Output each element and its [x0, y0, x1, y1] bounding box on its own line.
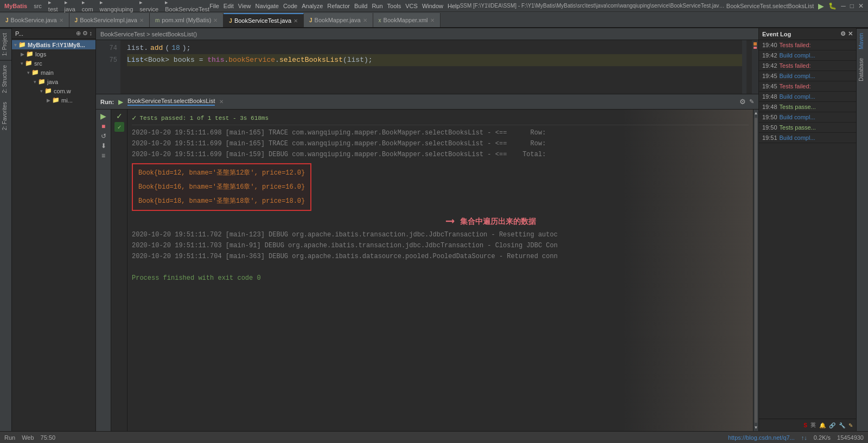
log-line-2: 2020-10-20 19:51:11.699 [main-165] TRACE… [132, 138, 749, 149]
tree-item-mi[interactable]: ▶ 📁 mi... [12, 95, 95, 105]
status-network-speed: 0.2K/s [814, 434, 831, 441]
project-sort-icon[interactable]: ↕ [90, 30, 93, 37]
right-tab-database[interactable]: Database [857, 54, 868, 86]
run-play-icon[interactable]: ▶ [118, 98, 123, 106]
event-item-1948-pass[interactable]: 19:48 Tests passe... [759, 102, 856, 112]
menu-build[interactable]: Build [354, 3, 367, 9]
scrollbar-up-btn[interactable]: ▲ [754, 110, 758, 117]
event-log-gear-icon[interactable]: ⚙ [840, 30, 846, 37]
event-item-1948-build[interactable]: 19:48 Build compl... [759, 92, 856, 102]
event-item-1942-build[interactable]: 19:42 Build compl... [759, 50, 856, 61]
log-line-6: 2020-10-20 19:51:11.704 [main-363] DEBUG… [132, 251, 749, 262]
title-path: SSM [F:\Y1\IDEA\SSM] - F:\Y1\MyBatis\MyB… [460, 3, 726, 9]
menu-file[interactable]: File [209, 3, 219, 9]
test-check-icon: ✓ [116, 112, 123, 120]
line-numbers: 74 75 [96, 40, 120, 94]
menu-tools[interactable]: Tools [387, 3, 401, 9]
status-bar: Run Web 75:50 https://blog.csdn.net/q7..… [0, 431, 868, 443]
run-scroll-end-btn[interactable]: ⬇ [101, 142, 106, 150]
tab-bookservicetest[interactable]: J BookServiceTest.java ✕ [224, 13, 304, 27]
run-panel-header: Run: ▶ BookServiceTest.selectBooksList ✕… [96, 94, 758, 110]
event-log-close-icon[interactable]: ✕ [848, 30, 853, 37]
menu-window[interactable]: Window [422, 3, 443, 9]
scrollbar-thumb[interactable] [755, 118, 757, 423]
tab-pom[interactable]: m pom.xml (MyBatis) ✕ [150, 13, 224, 27]
app-logo: MyBatis [4, 3, 27, 9]
maximize-button[interactable]: □ [850, 2, 854, 10]
run-filter-btn[interactable]: ≡ [101, 152, 105, 159]
menu-analyze[interactable]: Analyze [302, 3, 323, 9]
run-resume-btn[interactable]: ▶ [100, 112, 106, 120]
event-item-1942-fail[interactable]: 19:42 Tests failed: [759, 61, 856, 71]
close-button[interactable]: ✕ [858, 2, 864, 10]
breadcrumb-service: ▸ service [139, 0, 158, 12]
test-result-icon[interactable]: ✓ [114, 122, 124, 132]
breadcrumb-java: ▸ java [65, 0, 75, 12]
tree-item-comw[interactable]: ▾ 📁 com.w [12, 86, 95, 95]
status-network-icon: ↑↓ [801, 434, 807, 441]
minimize-button[interactable]: ─ [841, 2, 846, 10]
debug-button[interactable]: 🐛 [828, 2, 837, 10]
status-run-label: Run [4, 434, 15, 441]
breadcrumb-src: src [34, 3, 42, 9]
menu-navigate[interactable]: Navigate [255, 3, 278, 9]
right-tab-maven[interactable]: Maven [857, 28, 868, 54]
sidebar-tab-favorites[interactable]: 2: Favorites [0, 98, 11, 134]
tab-bookmapperxml[interactable]: x BookMapper.xml ✕ [373, 13, 441, 27]
run-rerun-btn[interactable]: ↺ [101, 132, 106, 140]
event-item-1940[interactable]: 19:40 Tests failed: [759, 40, 856, 50]
event-item-1945-build[interactable]: 19:45 Build compl... [759, 71, 856, 81]
run-tab-close[interactable]: ✕ [219, 99, 224, 105]
menu-view[interactable]: View [238, 3, 251, 9]
run-fold-icon[interactable]: ✎ [749, 98, 754, 105]
log-line-3: 2020-10-20 19:51:11.699 [main-159] DEBUG… [132, 149, 749, 160]
tree-item-logs[interactable]: ▶ 📁 logs [12, 49, 95, 59]
project-gear-icon[interactable]: ⚙ [82, 30, 88, 37]
menu-vcs[interactable]: VCS [405, 3, 418, 9]
breadcrumb-bookservicetest: ▸ BookServiceTest [165, 0, 209, 12]
project-tree: ▾ 📁 MyBatis F:\Y1\My8... ▶ 📁 logs ▾ 📁 sr… [12, 39, 95, 431]
status-blog-link[interactable]: https://blog.csdn.net/q7... [728, 434, 795, 441]
project-sync-icon[interactable]: ⊕ [76, 30, 81, 37]
tree-item-java[interactable]: ▾ 📁 java [12, 77, 95, 86]
run-label: Run: [100, 99, 114, 105]
menu-refactor[interactable]: Refactor [327, 3, 350, 9]
event-item-1950-build[interactable]: 19:50 Build compl... [759, 112, 856, 123]
status-web-label: Web [22, 434, 34, 441]
run-gear-icon[interactable]: ⚙ [739, 98, 746, 106]
sidebar-tab-project[interactable]: 1: Project [0, 28, 11, 60]
log-line-4: 2020-10-20 19:51:11.702 [main-123] DEBUG… [132, 229, 749, 240]
breadcrumb-com: ▸ com [82, 0, 93, 12]
book-results-box: Book{bid=12, bname='圣壟第12章', price=12.0}… [132, 163, 311, 211]
event-item-1951-build[interactable]: 19:51 Build compl... [759, 133, 856, 143]
event-item-1950-pass[interactable]: 19:50 Tests passe... [759, 123, 856, 133]
code-content[interactable]: list.add(18); List<Book> books = this.bo… [120, 40, 752, 94]
tree-item-mybatis[interactable]: ▾ 📁 MyBatis F:\Y1\My8... [12, 40, 95, 49]
tab-bookmapper[interactable]: J BookMapper.java ✕ [304, 13, 373, 27]
tab-bookservice[interactable]: J BookService.java ✕ [0, 13, 69, 27]
tree-item-main[interactable]: ▾ 📁 main [12, 68, 95, 77]
run-stop-btn[interactable]: ■ [101, 123, 105, 130]
tree-item-src[interactable]: ▾ 📁 src [12, 59, 95, 68]
tab-bookserviceimpl[interactable]: J BookServiceImpl.java ✕ [69, 13, 150, 27]
event-item-1945-fail[interactable]: 19:45 Tests failed: [759, 81, 856, 92]
event-log-header: Event Log ⚙ ✕ [759, 28, 856, 40]
log-line-5: 2020-10-20 19:51:11.703 [main-91] DEBUG … [132, 240, 749, 251]
run-config-label: BookServiceTest.selectBooksList [726, 3, 814, 9]
arrow-annotation: ⟶ 集合中遍历出来的数据 [446, 216, 749, 227]
sidebar-tab-structure[interactable]: 2: Structure [0, 60, 11, 98]
run-tab-label[interactable]: BookServiceTest.selectBooksList [127, 98, 215, 106]
menu-edit[interactable]: Edit [224, 3, 234, 9]
process-end: Process finished with exit code 0 [132, 273, 749, 284]
scrollbar-down-btn[interactable]: ▼ [754, 424, 758, 431]
project-panel-header: P... ⊕ ⚙ ↕ [12, 28, 95, 39]
menu-run[interactable]: Run [372, 3, 382, 9]
menu-help[interactable]: Help [448, 3, 460, 9]
status-position: 75:50 [41, 434, 56, 441]
system-tray: S 英 🔔 🔗 🔧 ✎ [759, 419, 856, 431]
status-encoding: 15454930 [837, 434, 864, 441]
run-output[interactable]: ✓ Tests passed: 1 of 1 test - 3s 618ms 2… [127, 110, 753, 431]
run-button[interactable]: ▶ [818, 2, 824, 10]
breadcrumb-test: ▸ test [48, 0, 58, 12]
menu-code[interactable]: Code [283, 3, 297, 9]
